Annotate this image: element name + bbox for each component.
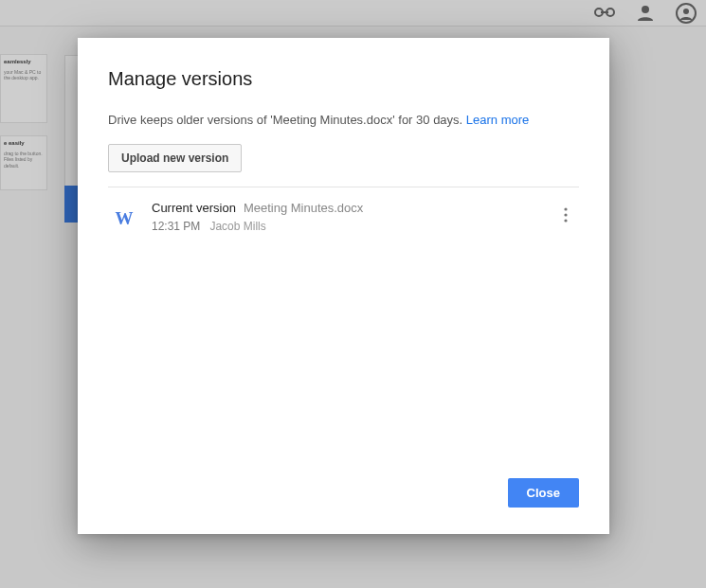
version-more-button[interactable]	[552, 202, 579, 228]
version-label: Current version	[152, 201, 236, 215]
word-document-icon: W	[108, 203, 140, 235]
version-info: Current versionMeeting Minutes.docx 12:3…	[152, 201, 363, 233]
version-user: Jacob Mills	[209, 220, 265, 233]
version-time: 12:31 PM	[152, 220, 200, 233]
svg-point-6	[564, 207, 567, 210]
svg-point-8	[564, 219, 567, 222]
close-button[interactable]: Close	[508, 478, 579, 508]
learn-more-link[interactable]: Learn more	[466, 113, 529, 127]
desc-filename: Meeting Minutes.docx	[273, 113, 392, 127]
dialog-footer: Close	[78, 478, 609, 534]
svg-point-7	[564, 213, 567, 216]
more-vert-icon	[564, 207, 568, 223]
dialog-description: Drive keeps older versions of 'Meeting M…	[108, 113, 579, 127]
upload-new-version-button[interactable]: Upload new version	[108, 144, 242, 172]
desc-suffix: ' for 30 days.	[392, 113, 466, 127]
manage-versions-dialog: Manage versions Drive keeps older versio…	[78, 38, 609, 534]
version-filename: Meeting Minutes.docx	[244, 201, 363, 215]
dialog-title: Manage versions	[108, 68, 579, 90]
desc-prefix: Drive keeps older versions of '	[108, 113, 273, 127]
version-row: W Current versionMeeting Minutes.docx 12…	[108, 187, 579, 244]
